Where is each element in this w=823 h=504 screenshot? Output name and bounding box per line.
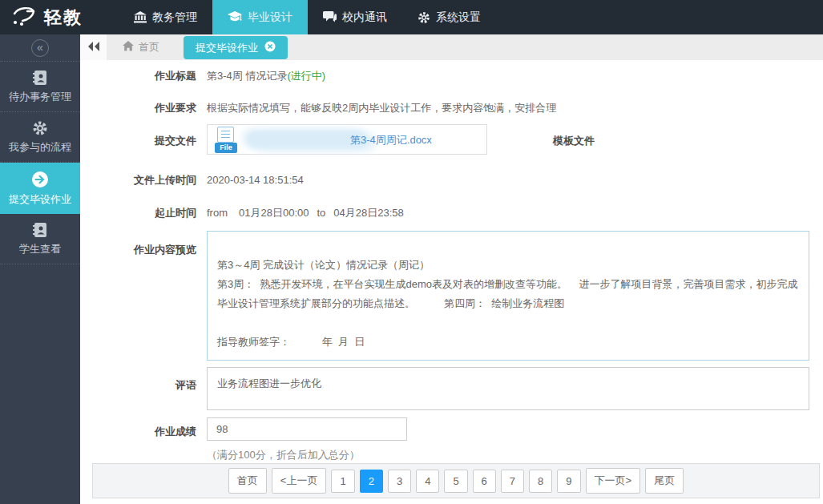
homework-title-value: 第3-4周 情况记录(进行中) bbox=[207, 68, 325, 83]
sidebar-item-student-view[interactable]: 学生查看 bbox=[0, 214, 80, 264]
sidebar-item-label: 学生查看 bbox=[19, 243, 61, 255]
main-nav: 教务管理 毕业设计 校内通讯 bbox=[119, 0, 496, 34]
page-2-button[interactable]: 2 bbox=[360, 470, 383, 493]
content-tab-bar: 首页 提交毕设作业 bbox=[80, 34, 823, 60]
upload-time-label: 文件上传时间 bbox=[80, 172, 196, 187]
row-period: 起止时间 from01月28日00:00to04月28日23:58 bbox=[80, 205, 809, 220]
logo-swirl-icon bbox=[11, 5, 37, 30]
period-to-word: to bbox=[317, 207, 325, 219]
period-from-word: from bbox=[207, 207, 228, 219]
content-preview-wrap: 第3～4周 完成设计（论文）情况记录（周记） 第3周： 熟悉开发环境，在平台实现… bbox=[207, 231, 809, 365]
row-upload-time: 文件上传时间 2020-03-14 18:51:54 bbox=[80, 172, 809, 187]
sidebar-item-label: 待办事务管理 bbox=[9, 91, 71, 103]
nav-item-graduation-design[interactable]: 毕业设计 bbox=[212, 0, 308, 34]
submitted-file-value: File 第3-4周周记.docx bbox=[207, 124, 487, 155]
score-input[interactable] bbox=[207, 417, 407, 441]
period-value: from01月28日00:00to04月28日23:58 bbox=[207, 205, 404, 220]
page-prev-button[interactable]: <上一页 bbox=[272, 468, 327, 494]
comment-label: 评语 bbox=[80, 367, 196, 393]
tab-home[interactable]: 首页 bbox=[107, 34, 175, 60]
nav-item-label: 系统设置 bbox=[436, 10, 481, 25]
page-7-button[interactable]: 7 bbox=[501, 470, 524, 493]
close-circle-icon[interactable] bbox=[264, 41, 276, 54]
page-first-button[interactable]: 首页 bbox=[228, 468, 267, 494]
score-hint: （满分100分，折合后加入总分） bbox=[207, 448, 360, 462]
sidebar-item-label: 提交毕设作业 bbox=[9, 193, 71, 205]
file-download-link[interactable]: 第3-4周周记.docx bbox=[350, 132, 432, 147]
row-content-preview: 作业内容预览 第3～4周 完成设计（论文）情况记录（周记） 第3周： 熟悉开发环… bbox=[80, 231, 809, 365]
file-doc-icon: File bbox=[214, 127, 238, 153]
tabs-collapse-button[interactable] bbox=[80, 34, 107, 60]
row-comment: 评语 业务流程图进一步优化 bbox=[80, 367, 809, 414]
sidebar-item-todo-management[interactable]: 待办事务管理 bbox=[0, 62, 80, 112]
file-box: File 第3-4周周记.docx bbox=[207, 124, 487, 155]
upload-time-value: 2020-03-14 18:51:54 bbox=[207, 172, 304, 187]
gear-icon bbox=[418, 11, 430, 24]
page-5-button[interactable]: 5 bbox=[444, 470, 467, 493]
chat-icon bbox=[323, 11, 337, 23]
homework-title-label: 作业标题 bbox=[80, 68, 196, 83]
homework-requirement-value: 根据实际情况填写，能够反映2周内毕业设计工作，要求内容饱满，安排合理 bbox=[207, 100, 556, 115]
period-label: 起止时间 bbox=[80, 205, 196, 220]
gear-icon bbox=[0, 120, 80, 136]
score-label: 作业成绩 bbox=[80, 417, 196, 439]
page-1-button[interactable]: 1 bbox=[331, 470, 354, 493]
bank-icon bbox=[134, 11, 147, 23]
top-navbar: 轻教 教务管理 bbox=[0, 0, 823, 34]
pagination-bar: 首页 <上一页 1 2 3 4 5 6 7 8 9 下一页> 尾页 bbox=[92, 463, 820, 498]
nav-item-system-settings[interactable]: 系统设置 bbox=[402, 0, 496, 34]
row-homework-title: 作业标题 第3-4周 情况记录(进行中) bbox=[80, 68, 809, 83]
row-submitted-file: 提交文件 File 第3-4周周记.docx 模板文件 bbox=[80, 124, 809, 155]
file-badge: File bbox=[215, 143, 237, 153]
app-logo[interactable]: 轻教 bbox=[11, 0, 83, 34]
sidebar-item-submit-homework[interactable]: 提交毕设作业 bbox=[0, 163, 80, 214]
tab-submit-homework[interactable]: 提交毕设作业 bbox=[184, 36, 288, 59]
tab-home-label: 首页 bbox=[139, 40, 159, 54]
row-homework-requirement: 作业要求 根据实际情况填写，能够反映2周内毕业设计工作，要求内容饱满，安排合理 bbox=[80, 100, 809, 115]
double-left-icon bbox=[87, 41, 100, 54]
nav-item-label: 教务管理 bbox=[152, 10, 197, 25]
sidebar-collapse-button[interactable]: « bbox=[31, 39, 49, 57]
sidebar-item-label: 我参与的流程 bbox=[9, 141, 71, 153]
period-from-value: 01月28日00:00 bbox=[239, 207, 309, 219]
left-sidebar: « 待办事务管理 我参与的流程 bbox=[0, 34, 80, 504]
address-book-icon bbox=[0, 222, 80, 238]
page-next-button[interactable]: 下一页> bbox=[586, 468, 641, 494]
app-title: 轻教 bbox=[44, 6, 83, 30]
nav-item-academic[interactable]: 教务管理 bbox=[119, 0, 212, 34]
period-to-value: 04月28日23:58 bbox=[333, 207, 403, 219]
comment-textarea[interactable]: 业务流程图进一步优化 bbox=[207, 367, 809, 410]
sidebar-item-my-processes[interactable]: 我参与的流程 bbox=[0, 112, 80, 163]
main-content: 作业标题 第3-4周 情况记录(进行中) 作业要求 根据实际情况填写，能够反映2… bbox=[80, 60, 823, 504]
nav-item-label: 校内通讯 bbox=[342, 10, 387, 25]
page-4-button[interactable]: 4 bbox=[416, 470, 439, 493]
page-last-button[interactable]: 尾页 bbox=[645, 468, 684, 494]
home-icon bbox=[123, 41, 134, 54]
status-in-progress: (进行中) bbox=[287, 70, 325, 82]
content-preview-label: 作业内容预览 bbox=[80, 231, 196, 257]
page-8-button[interactable]: 8 bbox=[529, 470, 552, 493]
row-score: 作业成绩 bbox=[80, 417, 809, 441]
score-wrap bbox=[207, 417, 407, 441]
sidebar-collapse-row: « bbox=[0, 34, 80, 62]
nav-item-campus-messages[interactable]: 校内通讯 bbox=[308, 0, 402, 34]
page-6-button[interactable]: 6 bbox=[473, 470, 496, 493]
graduation-cap-icon bbox=[228, 11, 242, 23]
content-preview-textarea[interactable]: 第3～4周 完成设计（论文）情况记录（周记） 第3周： 熟悉开发环境，在平台实现… bbox=[207, 231, 809, 361]
page-3-button[interactable]: 3 bbox=[388, 470, 411, 493]
submitted-file-label: 提交文件 bbox=[80, 124, 196, 148]
page-9-button[interactable]: 9 bbox=[557, 470, 580, 493]
address-book-icon bbox=[0, 70, 80, 86]
arrow-circle-right-icon bbox=[0, 171, 80, 188]
homework-requirement-label: 作业要求 bbox=[80, 100, 196, 115]
nav-item-label: 毕业设计 bbox=[248, 10, 292, 25]
tab-active-label: 提交毕设作业 bbox=[196, 41, 258, 55]
template-file-label: 模板文件 bbox=[553, 134, 595, 148]
comment-wrap: 业务流程图进一步优化 bbox=[207, 367, 809, 414]
